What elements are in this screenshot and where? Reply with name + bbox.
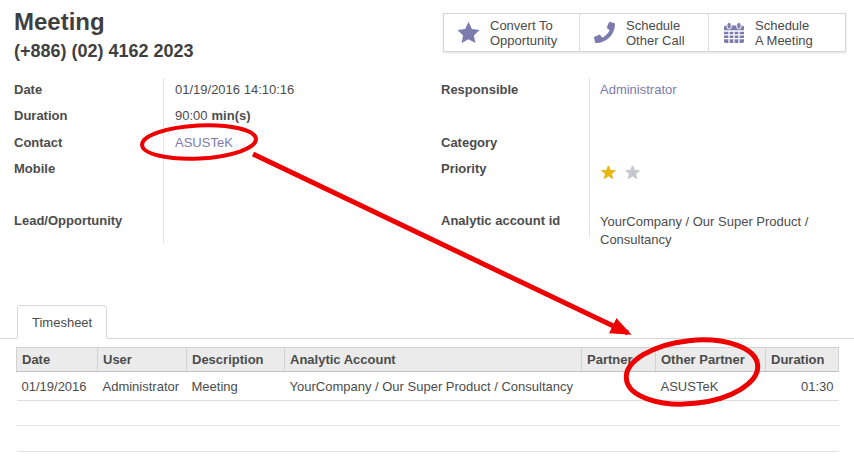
field-separator-line bbox=[163, 78, 164, 244]
cell-date: 01/19/2016 bbox=[17, 372, 98, 401]
button-label: Schedule Other Call bbox=[626, 18, 685, 48]
cell-user: Administrator bbox=[98, 372, 187, 401]
cell-description: Meeting bbox=[187, 372, 285, 401]
cell-analytic-account: YourCompany / Our Super Product / Consul… bbox=[285, 372, 582, 401]
convert-to-opportunity-button[interactable]: Convert To Opportunity bbox=[444, 14, 579, 51]
date-value: 01/19/2016 14:10:16 bbox=[175, 82, 294, 97]
col-header-partner[interactable]: Partner bbox=[582, 348, 656, 372]
duration-label: Duration bbox=[14, 108, 67, 123]
header-button-group: Convert To Opportunity Schedule Other Ca… bbox=[443, 13, 846, 52]
button-label: Schedule A Meeting bbox=[755, 18, 813, 48]
timesheet-row[interactable]: 01/19/2016 Administrator Meeting YourCom… bbox=[17, 372, 839, 401]
priority-stars: ★★ bbox=[600, 161, 648, 184]
analytic-account-label: Analytic account id bbox=[441, 213, 560, 228]
field-separator-line bbox=[589, 78, 590, 238]
responsible-value-link[interactable]: Administrator bbox=[600, 82, 677, 97]
empty-row bbox=[17, 401, 839, 426]
empty-row bbox=[17, 426, 839, 452]
duration-value: 90:00min(s) bbox=[175, 108, 251, 123]
lead-opportunity-label: Lead/Opportunity bbox=[14, 213, 122, 228]
duration-unit: min(s) bbox=[212, 108, 251, 123]
meeting-form-page: Meeting (+886) (02) 4162 2023 Convert To… bbox=[0, 0, 854, 466]
page-title: Meeting bbox=[14, 8, 105, 36]
star-icon bbox=[456, 20, 481, 45]
col-header-description[interactable]: Description bbox=[187, 348, 285, 372]
mobile-label: Mobile bbox=[14, 161, 55, 176]
phone-icon bbox=[592, 20, 617, 45]
timesheet-table: Date User Description Analytic Account P… bbox=[16, 347, 839, 452]
field-group-left: Date 01/19/2016 14:10:16 Duration 90:00m… bbox=[14, 78, 432, 246]
notebook-divider bbox=[0, 338, 854, 339]
field-group-right: Responsible Administrator Category Prior… bbox=[441, 78, 854, 258]
tab-timesheet[interactable]: Timesheet bbox=[17, 305, 107, 339]
col-header-user[interactable]: User bbox=[98, 348, 187, 372]
star-filled-icon[interactable]: ★ bbox=[600, 162, 624, 183]
schedule-a-meeting-button[interactable]: Schedule A Meeting bbox=[708, 14, 845, 51]
table-header-row: Date User Description Analytic Account P… bbox=[17, 348, 839, 372]
contact-label: Contact bbox=[14, 135, 62, 150]
responsible-label: Responsible bbox=[441, 82, 518, 97]
date-label: Date bbox=[14, 82, 42, 97]
schedule-other-call-button[interactable]: Schedule Other Call bbox=[579, 14, 708, 51]
category-label: Category bbox=[441, 135, 497, 150]
col-header-other-partner[interactable]: Other Partner bbox=[656, 348, 766, 372]
priority-label: Priority bbox=[441, 161, 487, 176]
button-label: Convert To Opportunity bbox=[490, 18, 557, 48]
col-header-analytic-account[interactable]: Analytic Account bbox=[285, 348, 582, 372]
cell-duration: 01:30 bbox=[766, 372, 839, 401]
col-header-date[interactable]: Date bbox=[17, 348, 98, 372]
star-empty-icon[interactable]: ★ bbox=[624, 162, 648, 183]
col-header-duration[interactable]: Duration bbox=[766, 348, 839, 372]
analytic-account-value: YourCompany / Our Super Product / Consul… bbox=[600, 213, 818, 249]
cell-other-partner: ASUSTeK bbox=[656, 372, 766, 401]
phone-number-subtitle: (+886) (02) 4162 2023 bbox=[14, 41, 194, 62]
contact-value-link[interactable]: ASUSTeK bbox=[175, 135, 233, 150]
cell-partner bbox=[582, 372, 656, 401]
calendar-icon bbox=[721, 20, 746, 45]
